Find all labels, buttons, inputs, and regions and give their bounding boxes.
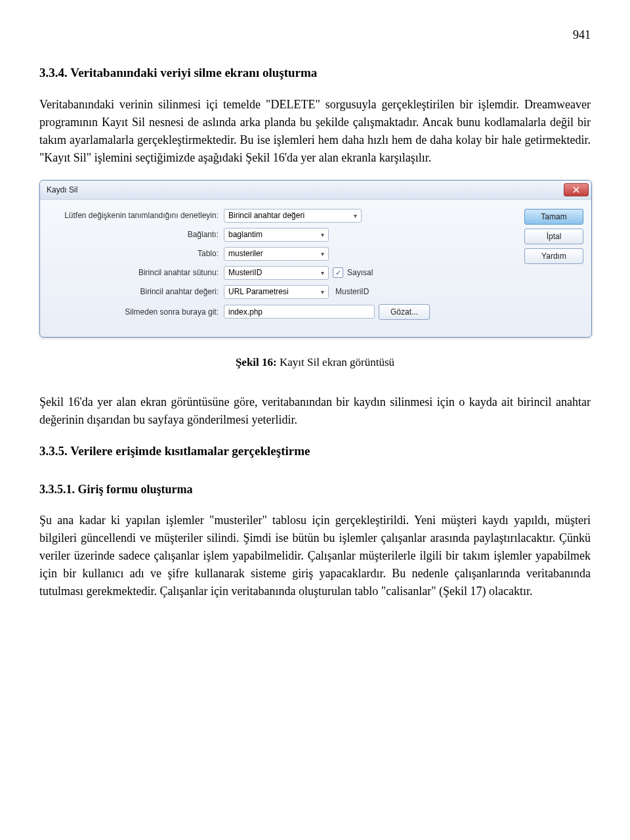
delete-record-dialog: Kaydı Sil Lütfen değişkenin tanımlandığı… [39, 180, 592, 338]
label-connection: Bağlantı: [48, 229, 224, 240]
dialog-title: Kaydı Sil [47, 184, 77, 196]
label-pk-value: Birincil anahtar değeri: [48, 286, 224, 298]
label-after-delete: Silmeden sonra buraya git: [48, 306, 224, 318]
figure-caption-16: Şekil 16: Kayıt Sil ekran görüntüsü [39, 354, 591, 371]
pk-value-name: MusteriID [333, 286, 369, 298]
sub-heading-1: 3.3.5.1. Giriş formu oluşturma [39, 481, 591, 498]
label-numeric: Sayısal [347, 267, 373, 278]
help-button[interactable]: Yardım [524, 248, 583, 264]
select-pk-column[interactable]: MusteriID [224, 266, 329, 280]
label-pk-column: Birincil anahtar sütunu: [48, 267, 224, 278]
ok-button[interactable]: Tamam [524, 209, 583, 225]
dialog-body: Lütfen değişkenin tanımlandığını denetle… [40, 200, 591, 337]
figure-caption-label: Şekil 16: [236, 356, 277, 368]
select-connection[interactable]: baglantim [224, 228, 329, 242]
row-pk-column: Birincil anahtar sütunu: MusteriID ✓ Say… [48, 266, 518, 280]
row-check-variable: Lütfen değişkenin tanımlandığını denetle… [48, 209, 518, 223]
checkbox-numeric[interactable]: ✓ [333, 267, 343, 278]
page-number: 941 [39, 26, 591, 44]
cancel-button[interactable]: İptal [524, 229, 583, 244]
section-heading-2: 3.3.5. Verilere erişimde kısıtlamalar ge… [39, 442, 591, 461]
paragraph-3: Şu ana kadar ki yapılan işlemler "muster… [39, 512, 591, 600]
row-table: Tablo: musteriler [48, 247, 518, 261]
close-icon[interactable] [564, 183, 589, 196]
dialog-titlebar: Kaydı Sil [40, 181, 591, 200]
paragraph-1: Veritabanındaki verinin silinmesi içi te… [39, 96, 591, 167]
select-pk-value-type[interactable]: URL Parametresi [224, 285, 329, 299]
form-area: Lütfen değişkenin tanımlandığını denetle… [48, 209, 524, 325]
input-after-delete[interactable]: index.php [224, 305, 375, 319]
label-check-variable: Lütfen değişkenin tanımlandığını denetle… [48, 210, 224, 221]
select-table[interactable]: musteriler [224, 247, 329, 261]
row-after-delete: Silmeden sonra buraya git: index.php Göz… [48, 304, 518, 320]
section-heading-1: 3.3.4. Veritabanındaki veriyi silme ekra… [39, 64, 591, 83]
row-pk-value: Birincil anahtar değeri: URL Parametresi… [48, 285, 518, 299]
row-connection: Bağlantı: baglantim [48, 228, 518, 242]
paragraph-2: Şekil 16'da yer alan ekran görüntüsüne g… [39, 393, 591, 429]
select-check-variable[interactable]: Birincil anahtar değeri [224, 209, 362, 223]
dialog-button-column: Tamam İptal Yardım [524, 209, 583, 325]
figure-caption-text: Kayıt Sil ekran görüntüsü [277, 356, 394, 368]
browse-button[interactable]: Gözat... [379, 304, 430, 320]
label-table: Tablo: [48, 248, 224, 259]
